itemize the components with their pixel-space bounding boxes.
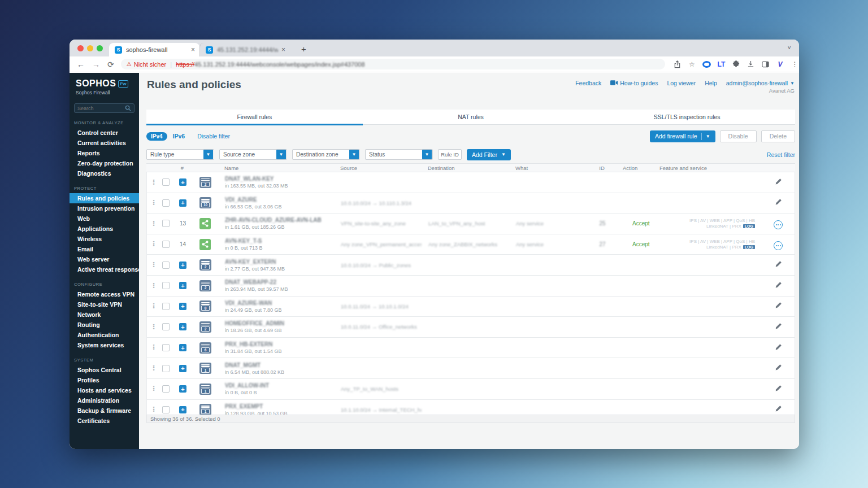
sidebar-item-email[interactable]: Email <box>70 244 139 254</box>
expand-group-icon[interactable]: + <box>179 303 186 310</box>
sidebar-item-remote-access-vpn[interactable]: Remote access VPN <box>70 289 139 299</box>
sidebar-item-active-threat-response[interactable]: Active threat response <box>70 264 139 274</box>
sidebar-item-system-services[interactable]: System services <box>70 340 139 350</box>
row-checkbox[interactable] <box>162 178 170 186</box>
drag-handle-icon[interactable]: ••• <box>147 407 157 413</box>
row-checkbox[interactable] <box>162 282 170 289</box>
add-firewall-rule-button[interactable]: Add firewall rule ▼ <box>650 130 715 142</box>
sidebar-item-backup-firmware[interactable]: Backup & firmware <box>70 406 139 416</box>
drag-handle-icon[interactable]: ••• <box>147 241 157 247</box>
drag-handle-icon[interactable]: ••• <box>147 262 157 268</box>
sidebar-item-site-to-site-vpn[interactable]: Site-to-site VPN <box>70 299 139 310</box>
address-bar[interactable]: ⚠ Nicht sicher | https:// 45.131.252.19:… <box>121 59 665 69</box>
add-filter-button[interactable]: Add Filter ▼ <box>467 149 511 160</box>
expand-group-icon[interactable]: + <box>179 178 186 186</box>
sidebar-item-current-activities[interactable]: Current activities <box>70 138 139 148</box>
side-panel-icon[interactable] <box>761 61 770 68</box>
expand-group-icon[interactable]: + <box>179 406 186 413</box>
browser-tab[interactable]: S45.131.252.19:4444/webconsole× <box>199 43 290 56</box>
row-checkbox[interactable] <box>162 303 170 310</box>
filter-dropdown-status[interactable]: Status▼ <box>365 149 433 160</box>
expand-group-icon[interactable]: + <box>179 262 186 269</box>
close-tab-icon[interactable]: × <box>281 46 285 54</box>
close-tab-icon[interactable]: × <box>191 46 195 54</box>
edit-rule-icon[interactable] <box>775 384 782 394</box>
rule-id-input[interactable] <box>438 149 462 160</box>
sidebar-item-control-center[interactable]: Control center <box>70 128 139 138</box>
tab-search-chevron-icon[interactable]: ˅ <box>788 44 791 51</box>
v-extension-icon[interactable]: V <box>776 60 784 68</box>
row-checkbox[interactable] <box>162 199 170 207</box>
edit-rule-icon[interactable] <box>775 260 782 269</box>
filter-dropdown-rule-type[interactable]: Rule type▼ <box>146 149 214 160</box>
search-input[interactable] <box>77 106 125 111</box>
edit-rule-icon[interactable] <box>775 343 782 352</box>
reload-button[interactable]: ⟳ <box>107 60 114 69</box>
drag-handle-icon[interactable]: ••• <box>147 283 157 289</box>
sidebar-item-reports[interactable]: Reports <box>70 148 139 158</box>
edit-rule-icon[interactable] <box>775 301 782 311</box>
not-secure-label[interactable]: Nicht sicher <box>134 61 166 68</box>
edit-rule-icon[interactable] <box>775 363 782 373</box>
bookmark-star-icon[interactable]: ☆ <box>688 60 696 68</box>
expand-group-icon[interactable]: + <box>179 282 186 289</box>
share-icon[interactable] <box>673 60 682 68</box>
header-link-how-to-guides[interactable]: How-to guides <box>610 80 658 86</box>
back-button[interactable]: ← <box>77 60 85 69</box>
more-options-icon[interactable] <box>774 220 783 229</box>
close-window-button[interactable] <box>77 45 84 51</box>
languagetool-extension-icon[interactable]: LT <box>717 60 726 68</box>
more-options-icon[interactable] <box>774 241 783 250</box>
disable-filter-link[interactable]: Disable filter <box>197 133 230 140</box>
expand-group-icon[interactable]: + <box>179 199 186 207</box>
filter-dropdown-destination-zone[interactable]: Destination zone▼ <box>292 149 360 160</box>
row-checkbox[interactable] <box>162 385 170 393</box>
edit-rule-icon[interactable] <box>775 198 782 207</box>
row-checkbox[interactable] <box>162 262 170 269</box>
drag-handle-icon[interactable]: ••• <box>147 200 157 206</box>
edit-rule-icon[interactable] <box>775 404 782 414</box>
reset-filter-link[interactable]: Reset filter <box>767 151 795 158</box>
sidebar-item-certificates[interactable]: Certificates <box>70 416 139 426</box>
sidebar-item-administration[interactable]: Administration <box>70 395 139 406</box>
disable-button[interactable]: Disable <box>720 130 757 142</box>
ipv4-toggle[interactable]: IPv4 <box>146 132 167 141</box>
row-checkbox[interactable] <box>162 241 170 248</box>
sidebar-item-wireless[interactable]: Wireless <box>70 234 139 244</box>
row-checkbox[interactable] <box>162 365 170 372</box>
sidebar-item-applications[interactable]: Applications <box>70 224 139 234</box>
sidebar-item-sophos-central[interactable]: Sophos Central <box>70 365 139 375</box>
header-link-help[interactable]: Help <box>705 80 717 86</box>
drag-handle-icon[interactable]: ••• <box>147 303 157 310</box>
forward-button[interactable]: → <box>92 60 100 69</box>
row-checkbox[interactable] <box>162 344 170 351</box>
new-tab-button[interactable]: + <box>301 44 306 54</box>
row-checkbox[interactable] <box>162 406 170 413</box>
sidebar-item-network[interactable]: Network <box>70 310 139 320</box>
delete-button[interactable]: Delete <box>761 130 795 142</box>
edit-rule-icon[interactable] <box>775 281 782 290</box>
drag-handle-icon[interactable]: ••• <box>147 365 157 372</box>
expand-group-icon[interactable]: + <box>179 365 186 372</box>
tab-firewall-rules[interactable]: Firewall rules <box>146 110 363 124</box>
drag-handle-icon[interactable]: ••• <box>147 386 157 392</box>
row-checkbox[interactable] <box>162 323 170 330</box>
download-icon[interactable] <box>747 60 755 68</box>
filter-dropdown-source-zone[interactable]: Source zone▼ <box>219 149 287 160</box>
minimize-window-button[interactable] <box>87 45 93 51</box>
account-menu[interactable]: admin@sophos-firewall▼ <box>726 80 795 86</box>
extension-badge-icon[interactable] <box>702 61 711 68</box>
ipv6-toggle[interactable]: IPv6 <box>173 133 185 140</box>
tab-nat-rules[interactable]: NAT rules <box>363 110 579 124</box>
row-checkbox[interactable] <box>162 220 170 227</box>
extensions-puzzle-icon[interactable] <box>732 60 740 68</box>
browser-menu-icon[interactable]: ⋮ <box>791 60 799 68</box>
sidebar-item-web-server[interactable]: Web server <box>70 254 139 264</box>
expand-group-icon[interactable]: + <box>179 385 186 393</box>
edit-rule-icon[interactable] <box>775 322 782 332</box>
sidebar-item-intrusion-prevention[interactable]: Intrusion prevention <box>70 203 139 213</box>
expand-group-icon[interactable]: + <box>179 323 186 330</box>
sidebar-item-authentication[interactable]: Authentication <box>70 330 139 340</box>
browser-tab[interactable]: Ssophos-firewall× <box>109 43 199 56</box>
sidebar-item-web[interactable]: Web <box>70 213 139 224</box>
